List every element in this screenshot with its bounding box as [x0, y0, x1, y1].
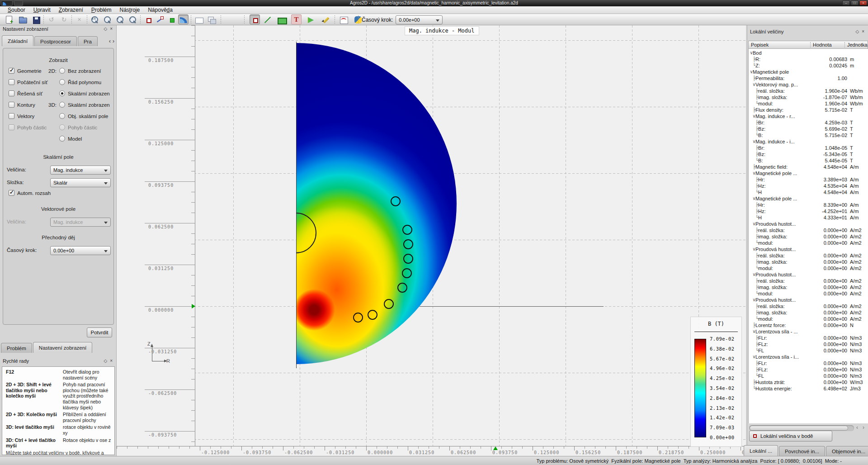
zoom-original-icon[interactable]: 1:1 [90, 14, 100, 24]
tree-row[interactable]: ∨ Proudová hustot... [749, 221, 868, 227]
menu-item[interactable]: Soubor [4, 7, 29, 13]
results-tab[interactable]: Povrchové in... [779, 446, 825, 456]
tree-row[interactable]: ├ imag. složka: 0.000e+00 A/m2 [749, 259, 868, 265]
local-value-at-point-button[interactable]: Lokální veličina v bodě [749, 431, 832, 441]
tree-row[interactable]: ├ Bz: -5.343e-05 T [749, 151, 868, 157]
redo-icon[interactable]: ↻ [59, 14, 69, 24]
settings-tab[interactable]: Postprocesor [34, 36, 77, 46]
tree-header[interactable]: Popisek Hodnota Jednotka [748, 41, 868, 49]
tree-row[interactable]: └ modul: 0.000e+00 A/m2 [749, 290, 868, 297]
point-value-icon[interactable] [250, 14, 260, 24]
display-checkbox[interactable]: Vektory [9, 112, 34, 120]
tree-row[interactable]: ├ reál. složka: 0.000e+00 A/m2 [749, 303, 868, 309]
local-values-rect-icon[interactable] [193, 14, 204, 24]
close-panel-icon[interactable]: × [110, 358, 113, 363]
chart-icon[interactable] [338, 14, 349, 24]
operate-on-edges-icon[interactable] [155, 14, 165, 24]
tree-row[interactable]: ∨ Magnetické pole ... [749, 195, 868, 202]
menu-item[interactable]: Zobrazení [55, 7, 87, 13]
tree-row[interactable]: ├ FLz: 0.000e+00 N/m3 [749, 341, 868, 347]
display-checkbox[interactable]: Pohyb částic [9, 123, 47, 131]
tree-row[interactable]: ∨ Vektorový mag. p... [749, 81, 868, 88]
scene-view[interactable]: Mag. indukce - Modul 0.187500 0.156250 0… [117, 25, 746, 456]
tree-row[interactable]: ∨ Lorentzova síla - ... [749, 328, 868, 335]
field-dropdown[interactable]: 0.00e+00 [50, 246, 111, 255]
tree-row[interactable]: ├ Hz: -4.252e+01 A/m [749, 208, 868, 214]
tree-row[interactable]: ∨ Lorentzova síla - i... [749, 354, 868, 360]
display-radio[interactable]: Obj. skalární pole [59, 112, 108, 120]
maximize-button[interactable]: □ [851, 0, 859, 5]
auto-range-checkbox[interactable]: Autom. rozsah [9, 189, 51, 197]
scroll-left-icon[interactable]: ‹ [856, 424, 858, 431]
menu-item[interactable]: Nástroje [115, 7, 144, 13]
tab-scroll-left-icon[interactable]: ‹ [109, 38, 111, 44]
solve-problem-icon[interactable]: ▶ [306, 14, 316, 24]
tree-row[interactable]: └ FL 0.000e+00 N/m3 [749, 347, 868, 354]
local-values-tree[interactable]: ∨ Bod ├ R: 0.00683 m └ Z: 0.00245 m ∨ [748, 49, 868, 423]
open-file-icon[interactable] [17, 14, 28, 24]
tree-row[interactable]: ├ Permeabilita: 1.00 [749, 75, 868, 81]
minimize-button[interactable]: – [842, 0, 850, 5]
tree-row[interactable]: └ modul: 0.000e+00 A/m2 [749, 240, 868, 246]
display-checkbox[interactable]: Kontury [9, 101, 35, 109]
tree-row[interactable]: └ FL 0.000e+00 N/m3 [749, 373, 868, 379]
menu-item[interactable]: Nápověda [144, 7, 177, 13]
field-dropdown[interactable]: Mag. indukce [50, 166, 111, 175]
field-dropdown[interactable]: Skalár [50, 178, 111, 187]
tree-row[interactable]: ├ Hr: 8.339e+00 A/m [749, 202, 868, 208]
tree-row[interactable]: └ modul: 0.000e+00 A/m2 [749, 265, 868, 271]
tree-row[interactable]: ∨ Proudová hustot... [749, 271, 868, 278]
tree-row[interactable]: ├ Hr: 3.389e+03 A/m [749, 176, 868, 183]
tree-row[interactable]: ├ Magnetic field: 4.548e+04 A/m [749, 164, 868, 170]
time-step-dropdown[interactable]: 0.00e+00 [396, 15, 443, 24]
tree-row[interactable]: ├ FLz: 0.000e+00 N/m3 [749, 366, 868, 373]
display-radio[interactable]: 3D: Skalární zobrazen [59, 101, 110, 109]
tree-row[interactable]: ├ reál. složka: 0.000e+00 A/m2 [749, 227, 868, 233]
new-document-icon[interactable] [4, 14, 14, 24]
zoom-region-icon[interactable] [102, 14, 113, 24]
tree-row[interactable]: └ modul: 0.000e+00 A/m2 [749, 316, 868, 322]
geometry-line-icon[interactable] [262, 14, 273, 24]
tree-row[interactable]: └ Z: 0.00245 m [749, 62, 868, 69]
tree-row[interactable]: ∨ Magnetické pole ... [749, 170, 868, 176]
close-button[interactable]: × [859, 0, 867, 5]
tree-row[interactable]: ∨ Proudová hustot... [749, 246, 868, 252]
close-panel-icon[interactable]: × [862, 29, 864, 34]
float-panel-icon[interactable]: ◇ [855, 29, 859, 34]
tree-row[interactable]: ├ reál. složka: 1.960e-04 Wb/m [749, 88, 868, 94]
display-radio[interactable]: Model [59, 135, 82, 142]
menu-item[interactable]: Upravit [29, 7, 55, 13]
delete-icon[interactable]: × [74, 14, 85, 24]
confirm-button[interactable]: Potvrdit [87, 327, 112, 337]
tree-row[interactable]: ├ Br: 4.259e-03 T [749, 119, 868, 126]
tree-row[interactable]: └ modul: 1.960e-04 Wb/m [749, 100, 868, 107]
tree-row[interactable]: ├ imag. složka: 0.000e+00 A/m2 [749, 284, 868, 290]
tree-row[interactable]: ├ Br: 1.048e-05 T [749, 145, 868, 151]
operate-on-labels-icon[interactable] [166, 14, 177, 24]
edit-script-icon[interactable] [321, 14, 331, 24]
display-checkbox[interactable]: Řešená síť [9, 90, 42, 97]
tree-row[interactable]: └ H 4.548e+04 A/m [749, 189, 868, 195]
results-tab[interactable]: Objemové in... [826, 446, 868, 456]
results-tab[interactable]: Lokální ... [744, 445, 778, 456]
tree-row[interactable]: ├ Bz: 5.699e-02 T [749, 126, 868, 132]
display-radio[interactable]: 2D: Bez zobrazení [59, 67, 101, 75]
surface-integrals-icon[interactable] [206, 14, 217, 24]
close-panel-icon[interactable]: × [110, 26, 113, 31]
tree-row[interactable]: ∨ Magnetické pole [749, 69, 868, 75]
display-radio[interactable]: Řád polynomu [59, 78, 101, 86]
tree-row[interactable]: ├ reál. složka: 0.000e+00 A/m2 [749, 278, 868, 284]
tree-row[interactable]: ∨ Bod [749, 50, 868, 56]
tree-row[interactable]: ├ imag. složka: 0.000e+00 A/m2 [749, 233, 868, 240]
bottom-left-tab[interactable]: Problém [1, 343, 32, 353]
bottom-left-tab[interactable]: Nastavení zobrazení [33, 342, 92, 353]
tree-row[interactable]: ├ imag. složka: 0.000e+00 A/m2 [749, 309, 868, 316]
scrollbar-thumb[interactable] [750, 426, 848, 431]
tab-scroll-right-icon[interactable]: › [113, 38, 114, 44]
tree-row[interactable]: └ H 4.333e+01 A/m [749, 214, 868, 221]
tree-row[interactable]: ├ Hustota ztrát: 0.000e+00 W/m3 [749, 379, 868, 385]
zoom-out-icon[interactable]: − [127, 14, 138, 24]
tree-row[interactable]: └ Hustota energie: 6.498e+02 J/m3 [749, 385, 868, 392]
tree-row[interactable]: ∨ Mag. indukce - i... [749, 138, 868, 145]
geometry-rect-icon[interactable] [276, 14, 286, 24]
